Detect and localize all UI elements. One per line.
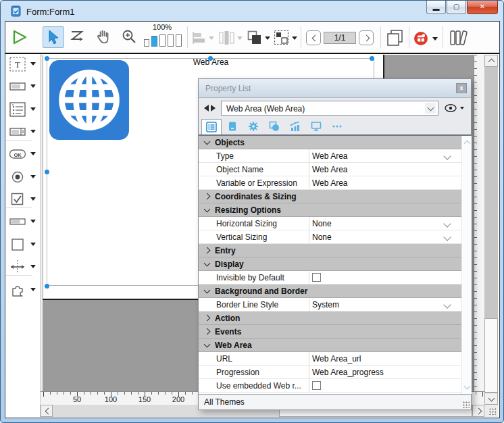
section-events[interactable]: Events bbox=[199, 325, 461, 339]
close-button[interactable]: ✕ bbox=[467, 1, 498, 14]
selection-handle-top-left[interactable] bbox=[45, 56, 49, 61]
next-page-button[interactable] bbox=[359, 30, 374, 45]
view-options-button[interactable] bbox=[445, 103, 458, 115]
resize-grip-icon[interactable] bbox=[463, 401, 470, 408]
move-level-button[interactable] bbox=[247, 30, 262, 47]
tab-appearance[interactable] bbox=[264, 119, 284, 134]
property-row-object-name[interactable]: Object Name Web Area bbox=[199, 163, 461, 176]
property-row-invisible-by-default[interactable]: Invisible by Default bbox=[199, 271, 461, 284]
insert-fields-dropdown-arrow[interactable] bbox=[432, 37, 438, 41]
selection-handle-bottom-left[interactable] bbox=[45, 284, 49, 289]
invisible-by-default-checkbox[interactable] bbox=[312, 273, 321, 282]
property-row-use-embedded-web-rendering[interactable]: Use embedded Web r... bbox=[199, 379, 461, 393]
zoom-bar-2-active[interactable] bbox=[151, 36, 157, 47]
selection-handle-top-center[interactable] bbox=[208, 56, 213, 61]
group-tool-button[interactable] bbox=[274, 30, 289, 47]
property-row-url[interactable]: URL Web Area_url bbox=[199, 352, 461, 366]
zoom-tool-button[interactable] bbox=[121, 28, 137, 47]
rectangle-tool-button[interactable] bbox=[9, 236, 26, 253]
group-dropdown-arrow[interactable] bbox=[292, 36, 297, 40]
form-pages-button[interactable] bbox=[386, 29, 403, 49]
property-row-border-line-style[interactable]: Border Line Style System bbox=[199, 298, 461, 312]
splitter-tool-button[interactable] bbox=[9, 258, 26, 276]
insert-fields-button[interactable] bbox=[414, 32, 428, 45]
plugin-tool-dropdown-arrow[interactable] bbox=[30, 288, 36, 291]
chevron-down-icon[interactable] bbox=[464, 383, 471, 390]
selection-handle-middle-left[interactable] bbox=[45, 170, 49, 174]
input-tool-button[interactable] bbox=[9, 78, 26, 95]
selection-handle-top-right[interactable] bbox=[370, 56, 374, 61]
tab-more[interactable] bbox=[327, 119, 347, 134]
scroll-down-button[interactable] bbox=[484, 393, 498, 405]
vertical-scrollbar-thumb[interactable] bbox=[484, 318, 498, 393]
property-row-variable-or-expression[interactable]: Variable or Expression Web Area bbox=[199, 176, 461, 190]
zoom-bar-3[interactable] bbox=[159, 34, 166, 47]
resize-grip-icon[interactable] bbox=[489, 408, 496, 415]
property-list-scrollbar[interactable] bbox=[461, 136, 472, 394]
text-tool-dropdown-arrow[interactable] bbox=[30, 62, 36, 66]
chevron-down-icon[interactable] bbox=[443, 233, 451, 241]
progress-indicator-tool-button[interactable] bbox=[9, 213, 26, 230]
property-row-vertical-sizing[interactable]: Vertical Sizing None bbox=[199, 230, 461, 244]
object-selector-dropdown[interactable]: Web Area (Web Area) bbox=[221, 101, 438, 116]
previous-page-button[interactable] bbox=[306, 30, 321, 45]
use-embedded-web-rendering-checkbox[interactable] bbox=[312, 381, 321, 390]
radio-tool-button[interactable] bbox=[9, 168, 26, 186]
tab-display[interactable] bbox=[306, 119, 326, 134]
section-entry[interactable]: Entry bbox=[199, 244, 461, 257]
entry-order-tool-button[interactable] bbox=[70, 29, 86, 46]
plugin-tool-button[interactable] bbox=[9, 281, 26, 299]
checkbox-tool-button[interactable] bbox=[9, 191, 26, 208]
theme-filter[interactable]: All Themes bbox=[204, 397, 245, 407]
combo-stepper-tool-button[interactable] bbox=[9, 123, 26, 141]
property-list-close-button[interactable]: x bbox=[456, 83, 467, 93]
section-web-area[interactable]: Web Area bbox=[199, 339, 461, 352]
listbox-tool-dropdown-arrow[interactable] bbox=[30, 107, 36, 111]
scroll-right-button[interactable] bbox=[472, 405, 484, 417]
chevron-up-icon[interactable] bbox=[464, 141, 471, 147]
progress-tool-dropdown-arrow[interactable] bbox=[30, 220, 36, 223]
section-resizing-options[interactable]: Resizing Options bbox=[199, 203, 461, 217]
chevron-down-icon[interactable] bbox=[443, 220, 451, 227]
maximize-button[interactable]: ▢ bbox=[447, 1, 466, 14]
select-tool-button[interactable] bbox=[43, 26, 64, 48]
property-list-titlebar[interactable]: Property List bbox=[199, 79, 471, 98]
property-row-progression[interactable]: Progression Web Area_progress bbox=[199, 366, 461, 379]
property-row-type[interactable]: Type Web Area bbox=[199, 149, 461, 163]
section-background-and-border[interactable]: Background and Border bbox=[199, 284, 461, 298]
checkbox-tool-dropdown-arrow[interactable] bbox=[30, 197, 36, 201]
section-objects[interactable]: Objects bbox=[199, 136, 461, 149]
move-level-dropdown-arrow[interactable] bbox=[265, 36, 270, 40]
zoom-bar-1[interactable] bbox=[144, 39, 149, 47]
combo-tool-dropdown-arrow[interactable] bbox=[30, 130, 36, 133]
text-tool-button[interactable]: T bbox=[9, 55, 26, 73]
chevron-down-icon[interactable] bbox=[443, 152, 451, 159]
minimize-button[interactable]: ▬ bbox=[426, 1, 446, 14]
execute-form-button[interactable] bbox=[11, 29, 28, 47]
scroll-left-button[interactable] bbox=[41, 405, 53, 417]
zoom-bar-5[interactable] bbox=[176, 34, 182, 47]
tab-objects[interactable] bbox=[222, 119, 243, 134]
button-tool-button[interactable]: OK bbox=[9, 145, 26, 163]
tab-chart[interactable] bbox=[285, 119, 305, 134]
view-options-dropdown-arrow[interactable] bbox=[460, 107, 464, 109]
zoom-bar-4[interactable] bbox=[168, 34, 174, 47]
section-display[interactable]: Display bbox=[199, 257, 461, 271]
input-tool-dropdown-arrow[interactable] bbox=[30, 84, 36, 88]
previous-object-button[interactable] bbox=[204, 105, 209, 111]
splitter-tool-dropdown-arrow[interactable] bbox=[30, 265, 36, 268]
tab-settings[interactable] bbox=[243, 119, 263, 134]
zoom-scale-control[interactable] bbox=[144, 32, 182, 47]
next-object-button[interactable] bbox=[211, 105, 216, 111]
section-action[interactable]: Action bbox=[199, 312, 461, 325]
section-coordinates-sizing[interactable]: Coordinates & Sizing bbox=[199, 190, 461, 203]
pan-tool-button[interactable] bbox=[95, 28, 111, 47]
button-tool-dropdown-arrow[interactable] bbox=[30, 152, 36, 155]
rectangle-tool-dropdown-arrow[interactable] bbox=[30, 243, 36, 246]
tab-property-list[interactable] bbox=[201, 119, 222, 134]
library-button[interactable] bbox=[449, 29, 470, 49]
chevron-down-icon[interactable] bbox=[443, 301, 451, 308]
listbox-tool-button[interactable] bbox=[9, 101, 26, 118]
scroll-up-button[interactable] bbox=[484, 55, 498, 67]
vertical-scrollbar[interactable] bbox=[484, 55, 498, 405]
